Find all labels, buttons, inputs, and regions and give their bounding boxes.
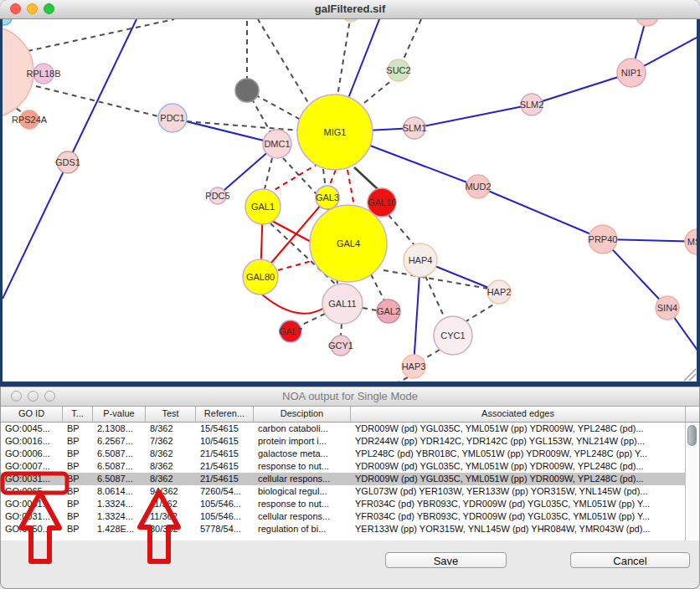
edge[interactable] [301, 314, 325, 325]
table-cell[interactable]: 8/362 [146, 473, 196, 485]
table-cell[interactable]: 8/362 [146, 423, 196, 435]
table-cell[interactable]: 11/362 [146, 498, 196, 510]
table-cell[interactable]: 10/54615 [196, 435, 254, 448]
edge[interactable] [270, 220, 314, 243]
edge[interactable] [383, 270, 488, 289]
table-cell[interactable]: 7/362 [146, 435, 196, 448]
edge[interactable] [389, 215, 414, 245]
close-button-inactive[interactable] [11, 391, 22, 402]
table-cell[interactable]: 21/54615 [196, 473, 254, 485]
network-canvas[interactable]: RPL18BRPS24AGDS1PDC1SUC2SLM1SLM2NIP1MUD2… [3, 19, 697, 382]
table-cell[interactable]: galactose meta... [254, 448, 351, 460]
table-cell[interactable]: 7260/54... [196, 485, 254, 498]
table-row[interactable]: GO:0006...BP6.5087...8/36221/54615galact… [1, 448, 699, 460]
table-cell[interactable]: 1.428E... [93, 523, 146, 535]
table-cell[interactable]: 6.5087... [93, 473, 146, 485]
table-row[interactable]: GO:0065...BP8.0614...94/3627260/54...bio… [1, 485, 699, 498]
table-row[interactable]: GO:0031...BP1.3324...11/362105/546...res… [1, 498, 699, 510]
table-cell[interactable]: YDR009W (pd) YGL035C, YML051W (pp) YDR00… [351, 423, 686, 435]
table-cell[interactable]: GO:0050... [1, 523, 63, 535]
save-button[interactable]: Save [385, 552, 507, 568]
table-cell[interactable]: 21/54615 [196, 448, 254, 460]
edge[interactable] [262, 294, 324, 314]
column-header-p-value[interactable]: P-value [93, 407, 146, 422]
table-row[interactable]: GO:0016...BP6.2567...7/36210/54615protei… [1, 435, 699, 448]
table-cell[interactable]: 1.3324... [93, 510, 146, 523]
minimize-button[interactable] [27, 3, 38, 14]
table-cell[interactable]: regulation of bi... [254, 523, 351, 535]
vertical-scrollbar[interactable] [685, 423, 699, 540]
table-cell[interactable]: cellular respons... [254, 510, 351, 523]
table-cell[interactable]: BP [63, 485, 93, 498]
table-cell[interactable]: 5778/54... [196, 523, 254, 535]
table-cell[interactable]: 11/362 [146, 510, 196, 523]
table-cell[interactable]: YFR034C (pd) YBR093C, YDR009W (pd) YGL03… [351, 498, 686, 510]
column-header-associated-edges[interactable]: Associated edges [351, 407, 686, 422]
table-cell[interactable]: 1.3324... [93, 498, 146, 510]
table-cell[interactable]: BP [63, 423, 93, 435]
table-cell[interactable]: 105/546... [196, 498, 254, 510]
table-cell[interactable]: BP [63, 510, 93, 523]
edge[interactable] [532, 73, 631, 105]
edge[interactable] [421, 350, 440, 361]
edge[interactable] [478, 187, 603, 239]
column-header-desciption[interactable]: Desciption [254, 407, 351, 422]
edge[interactable] [364, 79, 393, 103]
edge[interactable] [258, 19, 312, 110]
column-header-go-id[interactable]: GO ID [1, 407, 63, 422]
table-cell[interactable]: BP [63, 448, 93, 460]
edge[interactable] [341, 324, 342, 335]
table-cell[interactable]: BP [63, 435, 93, 448]
edge[interactable] [28, 19, 174, 51]
table-cell[interactable]: BP [63, 523, 93, 535]
edge[interactable] [371, 274, 384, 300]
table-cell[interactable]: 6.2567... [93, 435, 146, 448]
network-window-titlebar[interactable]: galFiltered.sif [0, 0, 700, 19]
table-cell[interactable]: GO:0031... [1, 510, 63, 523]
table-cell[interactable]: cellular respons... [254, 473, 351, 485]
node-top-pink[interactable] [636, 19, 659, 26]
noa-window-titlebar[interactable]: NOA output for Single Mode [1, 387, 699, 407]
table-cell[interactable]: 6.5087... [93, 460, 146, 473]
zoom-button[interactable] [44, 3, 54, 14]
table-cell[interactable]: 6.5087... [93, 448, 146, 460]
table-cell[interactable]: YGL073W (pd) YER103W, YER133W (pp) YOR31… [351, 485, 686, 498]
table-cell[interactable]: response to nut... [254, 498, 351, 510]
table-cell[interactable]: 8/362 [146, 448, 196, 460]
edge[interactable] [337, 19, 351, 96]
close-button[interactable] [10, 3, 21, 14]
edge[interactable] [363, 308, 377, 310]
table-cell[interactable]: BP [63, 460, 93, 473]
edge[interactable] [392, 377, 408, 382]
column-header-test[interactable]: Test [146, 407, 196, 422]
table-cell[interactable]: 21/54615 [196, 460, 254, 473]
node-dark-node[interactable] [235, 79, 259, 102]
table-cell[interactable]: YPL248C (pd) YBR018C, YML051W (pp) YDR00… [351, 448, 686, 460]
scrollbar-thumb[interactable] [687, 425, 697, 446]
column-header-referen[interactable]: Referen... [196, 407, 254, 422]
column-header-t[interactable]: T... [63, 407, 93, 422]
table-cell[interactable]: YDR244W (pp) YDR142C, YDR142C (pp) YGL15… [351, 435, 686, 448]
table-cell[interactable]: GO:0006... [1, 448, 63, 460]
edge[interactable] [329, 170, 336, 187]
table-cell[interactable]: BP [63, 473, 93, 485]
minimize-button-inactive[interactable] [28, 391, 39, 402]
node-corner-cyan[interactable] [3, 19, 12, 25]
table-cell[interactable]: GO:0007... [1, 460, 63, 473]
table-cell[interactable]: carbon cataboli... [254, 423, 351, 435]
table-cell[interactable]: GO:0031... [1, 498, 63, 510]
table-cell[interactable]: BP [63, 498, 93, 510]
cancel-button[interactable]: Cancel [570, 552, 690, 568]
table-cell[interactable]: GO:0031... [1, 473, 63, 485]
table-cell[interactable]: biological regul... [254, 485, 351, 498]
table-row[interactable]: GO:0031...BP1.3324...11/362105/546...cel… [1, 510, 699, 523]
table-cell[interactable]: 8/362 [146, 460, 196, 473]
table-cell[interactable]: GO:0045... [1, 423, 63, 435]
edge[interactable] [425, 276, 445, 318]
node-top-green[interactable] [342, 19, 359, 22]
network-graph[interactable]: RPL18BRPS24AGDS1PDC1SUC2SLM1SLM2NIP1MUD2… [3, 19, 697, 382]
table-cell[interactable]: YDR009W (pd) YGL035C, YML051W (pp) YDR00… [351, 473, 686, 485]
table-cell[interactable]: 80/362 [146, 523, 196, 535]
edge[interactable] [465, 304, 495, 322]
edge[interactable] [414, 105, 532, 128]
